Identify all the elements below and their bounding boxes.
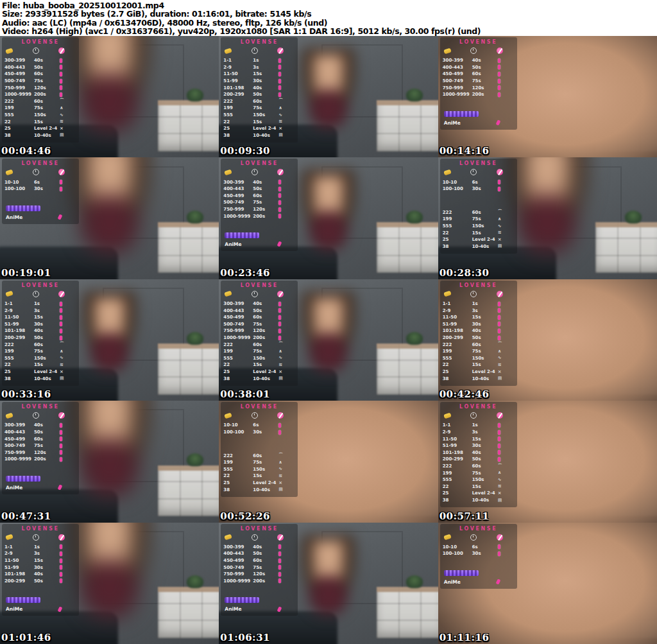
pattern-icon: ≋ bbox=[278, 363, 295, 367]
vibration-toy-icon bbox=[278, 193, 281, 198]
tip-duration: 150s bbox=[253, 356, 278, 361]
tip-duration: 120s bbox=[34, 450, 60, 455]
tip-amount: 25 bbox=[223, 480, 253, 485]
tip-duration: 15s bbox=[253, 473, 278, 478]
tip-amount: 38 bbox=[223, 133, 253, 138]
tip-amount: 100-100 bbox=[443, 186, 472, 191]
plant bbox=[625, 89, 642, 101]
tip-duration: 60s bbox=[472, 71, 498, 76]
tip-amount: 450-499 bbox=[443, 71, 472, 76]
tip-duration: 10-40s bbox=[472, 376, 498, 381]
purple-badge bbox=[444, 570, 479, 576]
pattern-icon: ▤ bbox=[498, 498, 515, 503]
duration-clock-icon bbox=[470, 169, 477, 175]
vibration-toy-icon bbox=[278, 207, 281, 212]
vibration-toy-icon bbox=[58, 169, 65, 175]
tip-duration: 75s bbox=[253, 349, 278, 354]
anime-toy-icon bbox=[277, 241, 282, 247]
tip-menu-column-icons bbox=[6, 534, 65, 541]
tip-duration: 30s bbox=[472, 443, 498, 448]
anime-label: AniMe bbox=[6, 485, 22, 491]
hair-blur bbox=[66, 157, 153, 248]
vibration-toy-icon bbox=[498, 79, 500, 83]
vibration-toy-icon bbox=[58, 412, 65, 419]
tip-menu-row: 200-29950s bbox=[4, 335, 76, 342]
tip-amount: 500-749 bbox=[223, 322, 253, 327]
tip-menu-row: 300-39940s bbox=[4, 57, 76, 64]
timestamp-label: 00:52:26 bbox=[220, 510, 270, 522]
lovense-watermark: LOVENSE bbox=[223, 161, 295, 166]
hair-blur bbox=[81, 292, 139, 369]
tip-amount: 11-50 bbox=[4, 558, 34, 563]
skin-blur bbox=[92, 299, 127, 366]
anime-badge: AniMe bbox=[444, 120, 515, 126]
vibration-toy-icon bbox=[278, 430, 281, 435]
shelf-unit bbox=[158, 587, 219, 638]
pattern-icon: ▤ bbox=[278, 133, 295, 137]
tip-amount: 38 bbox=[4, 133, 34, 138]
tip-menu-row: 2215s≋ bbox=[223, 473, 295, 480]
video-thumbnail: LOVENSE 1-11s2-93s11-5015s51-9930s101-19… bbox=[0, 279, 219, 401]
tip-amount: 450-499 bbox=[4, 71, 34, 76]
tip-duration: 40s bbox=[34, 328, 60, 333]
tip-amount: 199 bbox=[443, 471, 472, 476]
tip-amount: 22 bbox=[443, 484, 472, 489]
maroon-top-blur bbox=[308, 88, 348, 130]
anime-label: AniMe bbox=[225, 606, 241, 612]
vibration-toy-icon bbox=[60, 322, 62, 326]
tip-menu-column-icons bbox=[6, 169, 65, 175]
tip-duration: 60s bbox=[253, 193, 278, 198]
tip-duration: 50s bbox=[34, 430, 60, 435]
hair-blur bbox=[300, 170, 357, 247]
tip-menu-row: 3810-40s▤ bbox=[443, 497, 515, 504]
plant bbox=[625, 453, 642, 466]
hair-blur bbox=[66, 523, 153, 614]
vibration-toy-icon bbox=[498, 302, 500, 306]
tip-menu-row: 22260s⌒ bbox=[4, 341, 76, 348]
tip-menu-row: 2-93s bbox=[223, 64, 295, 71]
tip-menu-row: 10-106s bbox=[4, 178, 76, 186]
tip-amount: 1000-9999 bbox=[443, 92, 472, 97]
tip-menu-row: 450-49960s bbox=[443, 71, 515, 78]
shelf-unit bbox=[595, 100, 657, 152]
tip-duration: 10-40s bbox=[472, 244, 498, 249]
tip-amount: 750-999 bbox=[223, 207, 253, 212]
vibration-toy-icon bbox=[498, 444, 500, 448]
tip-amount: 450-499 bbox=[4, 437, 34, 442]
tip-menu-row: 3810-40s▤ bbox=[4, 375, 76, 382]
anime-toy-icon bbox=[495, 579, 500, 585]
shelf-unit bbox=[377, 587, 438, 638]
vibration-toy-icon bbox=[60, 572, 62, 577]
shelf-unit bbox=[595, 466, 657, 517]
maroon-top-blur bbox=[308, 574, 348, 616]
tip-amount: 25 bbox=[4, 126, 34, 131]
tip-coin-icon bbox=[443, 48, 452, 54]
tip-menu-row: 750-999120s bbox=[443, 84, 515, 91]
tip-duration: 200s bbox=[34, 92, 60, 97]
tip-menu-row: 101-19840s bbox=[443, 327, 515, 335]
tip-duration: Level 2-4 bbox=[253, 126, 278, 131]
pattern-icon: ⌒ bbox=[498, 464, 515, 469]
tip-amount: 300-399 bbox=[443, 58, 472, 63]
lovense-watermark: LOVENSE bbox=[443, 283, 515, 288]
tip-menu-row: 11-5015s bbox=[223, 71, 295, 78]
pattern-icon: ∧ bbox=[278, 106, 295, 110]
tip-menu-row: 450-49960s bbox=[4, 435, 76, 442]
tip-amount: 555 bbox=[443, 477, 472, 482]
tip-duration: 150s bbox=[253, 112, 278, 117]
tip-menu-row: 1-11s bbox=[223, 57, 295, 64]
vibration-toy-icon bbox=[278, 579, 281, 583]
tip-menu-column-icons bbox=[6, 48, 65, 54]
tip-menu-column-icons bbox=[444, 291, 503, 297]
tip-menu-row: 25Level 2-4× bbox=[443, 236, 515, 243]
vibration-toy-icon bbox=[60, 423, 62, 428]
vibration-toy-icon bbox=[60, 65, 62, 69]
timestamp-label: 00:14:16 bbox=[439, 145, 490, 157]
tip-amount: 1000-9999 bbox=[4, 457, 34, 462]
tip-amount: 300-399 bbox=[4, 58, 34, 63]
tip-menu-row: 555150s∿ bbox=[443, 223, 515, 230]
tip-amount: 555 bbox=[4, 112, 34, 117]
pattern-icon: × bbox=[278, 481, 295, 485]
tip-amount: 38 bbox=[223, 487, 253, 492]
tip-amount: 25 bbox=[223, 126, 253, 131]
